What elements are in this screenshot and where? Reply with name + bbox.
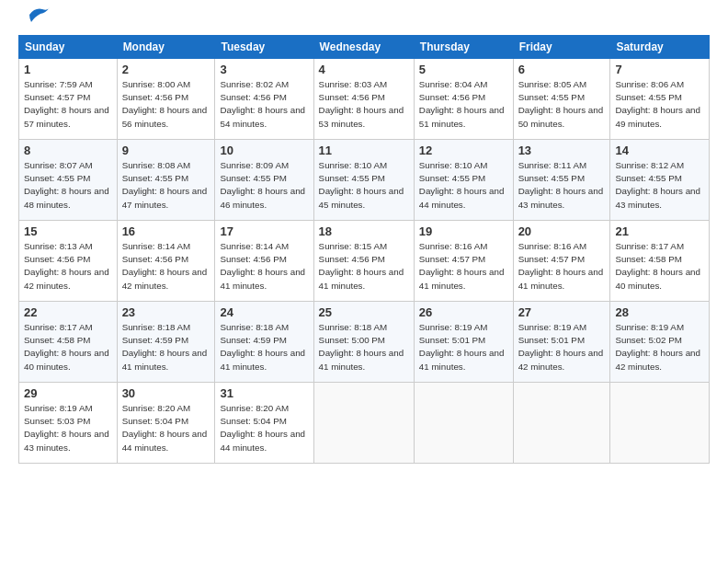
day-info: Sunrise: 8:18 AMSunset: 5:00 PMDaylight:… bbox=[319, 321, 409, 373]
day-info: Sunrise: 8:20 AMSunset: 5:04 PMDaylight:… bbox=[220, 402, 308, 454]
calendar-cell: 3Sunrise: 8:02 AMSunset: 4:56 PMDaylight… bbox=[215, 59, 313, 140]
day-info: Sunrise: 8:11 AMSunset: 4:55 PMDaylight:… bbox=[518, 159, 606, 212]
weekday-header-sunday: Sunday bbox=[19, 36, 118, 59]
calendar-cell: 29Sunrise: 8:19 AMSunset: 5:03 PMDayligh… bbox=[19, 383, 118, 464]
calendar-cell: 21Sunrise: 8:17 AMSunset: 4:58 PMDayligh… bbox=[610, 221, 710, 302]
day-number: 21 bbox=[615, 224, 704, 238]
day-number: 19 bbox=[419, 224, 508, 238]
calendar-week-4: 22Sunrise: 8:17 AMSunset: 4:58 PMDayligh… bbox=[19, 302, 710, 383]
weekday-header-monday: Monday bbox=[117, 36, 215, 59]
day-number: 16 bbox=[122, 224, 210, 238]
day-info: Sunrise: 8:16 AMSunset: 4:57 PMDaylight:… bbox=[518, 240, 606, 293]
header bbox=[18, 15, 710, 28]
calendar-cell: 23Sunrise: 8:18 AMSunset: 4:59 PMDayligh… bbox=[117, 302, 215, 383]
calendar-cell: 11Sunrise: 8:10 AMSunset: 4:55 PMDayligh… bbox=[313, 140, 414, 221]
day-number: 4 bbox=[319, 63, 409, 76]
day-info: Sunrise: 8:14 AMSunset: 4:56 PMDaylight:… bbox=[220, 240, 308, 293]
calendar-cell: 28Sunrise: 8:19 AMSunset: 5:02 PMDayligh… bbox=[610, 302, 710, 383]
calendar-cell: 17Sunrise: 8:14 AMSunset: 4:56 PMDayligh… bbox=[215, 221, 313, 302]
day-info: Sunrise: 8:17 AMSunset: 4:58 PMDaylight:… bbox=[24, 321, 112, 373]
day-number: 7 bbox=[615, 63, 704, 76]
logo bbox=[18, 15, 51, 28]
day-info: Sunrise: 8:19 AMSunset: 5:01 PMDaylight:… bbox=[518, 321, 606, 373]
calendar-cell: 19Sunrise: 8:16 AMSunset: 4:57 PMDayligh… bbox=[414, 221, 513, 302]
day-info: Sunrise: 8:10 AMSunset: 4:55 PMDaylight:… bbox=[419, 159, 508, 212]
day-number: 10 bbox=[220, 144, 308, 157]
day-number: 29 bbox=[24, 386, 112, 400]
calendar-cell: 27Sunrise: 8:19 AMSunset: 5:01 PMDayligh… bbox=[513, 302, 610, 383]
page-container: SundayMondayTuesdayWednesdayThursdayFrid… bbox=[0, 0, 728, 473]
day-number: 15 bbox=[24, 224, 112, 238]
day-number: 17 bbox=[220, 224, 308, 238]
calendar-week-1: 1Sunrise: 7:59 AMSunset: 4:57 PMDaylight… bbox=[19, 59, 710, 140]
day-number: 18 bbox=[319, 224, 409, 238]
day-number: 24 bbox=[220, 305, 308, 319]
day-info: Sunrise: 8:19 AMSunset: 5:01 PMDaylight:… bbox=[419, 321, 508, 373]
weekday-header-wednesday: Wednesday bbox=[313, 36, 414, 59]
day-info: Sunrise: 8:04 AMSunset: 4:56 PMDaylight:… bbox=[419, 78, 508, 131]
day-info: Sunrise: 8:13 AMSunset: 4:56 PMDaylight:… bbox=[24, 240, 112, 293]
day-number: 6 bbox=[518, 63, 606, 76]
calendar-cell: 6Sunrise: 8:05 AMSunset: 4:55 PMDaylight… bbox=[513, 59, 610, 140]
weekday-header-tuesday: Tuesday bbox=[215, 36, 313, 59]
day-number: 12 bbox=[419, 144, 508, 157]
day-info: Sunrise: 8:10 AMSunset: 4:55 PMDaylight:… bbox=[319, 159, 409, 212]
calendar-cell: 8Sunrise: 8:07 AMSunset: 4:55 PMDaylight… bbox=[19, 140, 118, 221]
calendar-cell bbox=[610, 383, 710, 464]
day-info: Sunrise: 8:14 AMSunset: 4:56 PMDaylight:… bbox=[122, 240, 210, 293]
calendar-cell: 25Sunrise: 8:18 AMSunset: 5:00 PMDayligh… bbox=[313, 302, 414, 383]
day-number: 28 bbox=[615, 305, 704, 319]
calendar-cell: 18Sunrise: 8:15 AMSunset: 4:56 PMDayligh… bbox=[313, 221, 414, 302]
day-info: Sunrise: 8:18 AMSunset: 4:59 PMDaylight:… bbox=[220, 321, 308, 373]
calendar-week-2: 8Sunrise: 8:07 AMSunset: 4:55 PMDaylight… bbox=[19, 140, 710, 221]
day-info: Sunrise: 8:02 AMSunset: 4:56 PMDaylight:… bbox=[220, 78, 308, 131]
day-number: 13 bbox=[518, 144, 606, 157]
day-info: Sunrise: 8:07 AMSunset: 4:55 PMDaylight:… bbox=[24, 159, 112, 212]
weekday-header-friday: Friday bbox=[513, 36, 610, 59]
day-info: Sunrise: 7:59 AMSunset: 4:57 PMDaylight:… bbox=[24, 78, 112, 131]
calendar-cell: 4Sunrise: 8:03 AMSunset: 4:56 PMDaylight… bbox=[313, 59, 414, 140]
day-info: Sunrise: 8:17 AMSunset: 4:58 PMDaylight:… bbox=[615, 240, 704, 293]
calendar-cell bbox=[513, 383, 610, 464]
calendar-cell: 15Sunrise: 8:13 AMSunset: 4:56 PMDayligh… bbox=[19, 221, 118, 302]
day-number: 31 bbox=[220, 386, 308, 400]
day-info: Sunrise: 8:00 AMSunset: 4:56 PMDaylight:… bbox=[122, 78, 210, 131]
weekday-header-saturday: Saturday bbox=[610, 36, 710, 59]
calendar-cell: 13Sunrise: 8:11 AMSunset: 4:55 PMDayligh… bbox=[513, 140, 610, 221]
calendar-cell: 2Sunrise: 8:00 AMSunset: 4:56 PMDaylight… bbox=[117, 59, 215, 140]
day-number: 1 bbox=[24, 63, 112, 76]
day-number: 9 bbox=[122, 144, 210, 157]
day-info: Sunrise: 8:12 AMSunset: 4:55 PMDaylight:… bbox=[615, 159, 704, 212]
day-number: 26 bbox=[419, 305, 508, 319]
calendar-cell: 16Sunrise: 8:14 AMSunset: 4:56 PMDayligh… bbox=[117, 221, 215, 302]
day-number: 25 bbox=[319, 305, 409, 319]
day-info: Sunrise: 8:16 AMSunset: 4:57 PMDaylight:… bbox=[419, 240, 508, 293]
calendar-cell bbox=[414, 383, 513, 464]
day-info: Sunrise: 8:03 AMSunset: 4:56 PMDaylight:… bbox=[319, 78, 409, 131]
calendar-cell bbox=[313, 383, 414, 464]
day-info: Sunrise: 8:15 AMSunset: 4:56 PMDaylight:… bbox=[319, 240, 409, 293]
day-number: 22 bbox=[24, 305, 112, 319]
day-info: Sunrise: 8:18 AMSunset: 4:59 PMDaylight:… bbox=[122, 321, 210, 373]
weekday-header-thursday: Thursday bbox=[414, 36, 513, 59]
calendar-cell: 7Sunrise: 8:06 AMSunset: 4:55 PMDaylight… bbox=[610, 59, 710, 140]
day-info: Sunrise: 8:20 AMSunset: 5:04 PMDaylight:… bbox=[122, 402, 210, 454]
day-number: 30 bbox=[122, 386, 210, 400]
calendar-cell: 14Sunrise: 8:12 AMSunset: 4:55 PMDayligh… bbox=[610, 140, 710, 221]
day-info: Sunrise: 8:09 AMSunset: 4:55 PMDaylight:… bbox=[220, 159, 308, 212]
day-number: 14 bbox=[615, 144, 704, 157]
calendar-cell: 24Sunrise: 8:18 AMSunset: 4:59 PMDayligh… bbox=[215, 302, 313, 383]
day-number: 20 bbox=[518, 224, 606, 238]
calendar-cell: 1Sunrise: 7:59 AMSunset: 4:57 PMDaylight… bbox=[19, 59, 118, 140]
day-info: Sunrise: 8:05 AMSunset: 4:55 PMDaylight:… bbox=[518, 78, 606, 131]
calendar-table: SundayMondayTuesdayWednesdayThursdayFrid… bbox=[18, 35, 710, 464]
day-number: 2 bbox=[122, 63, 210, 76]
calendar-cell: 12Sunrise: 8:10 AMSunset: 4:55 PMDayligh… bbox=[414, 140, 513, 221]
calendar-week-3: 15Sunrise: 8:13 AMSunset: 4:56 PMDayligh… bbox=[19, 221, 710, 302]
calendar-cell: 22Sunrise: 8:17 AMSunset: 4:58 PMDayligh… bbox=[19, 302, 118, 383]
day-number: 5 bbox=[419, 63, 508, 76]
calendar-cell: 10Sunrise: 8:09 AMSunset: 4:55 PMDayligh… bbox=[215, 140, 313, 221]
day-info: Sunrise: 8:08 AMSunset: 4:55 PMDaylight:… bbox=[122, 159, 210, 212]
day-number: 23 bbox=[122, 305, 210, 319]
day-info: Sunrise: 8:19 AMSunset: 5:02 PMDaylight:… bbox=[615, 321, 704, 373]
